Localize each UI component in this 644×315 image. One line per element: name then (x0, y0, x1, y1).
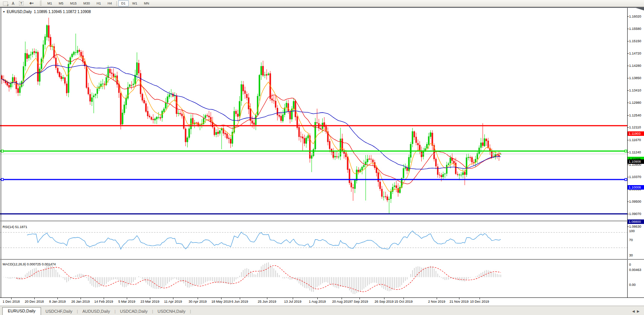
macd-max-label: 0.00463 (629, 268, 641, 272)
price-label: 1.11240 (629, 150, 641, 155)
timeframe-m15-button[interactable]: M15 (67, 0, 80, 6)
tab-scroll-arrows[interactable]: ◀▶ (632, 309, 642, 313)
macd-zero-label: 0.00 (629, 283, 636, 287)
timeframe-h4-button[interactable]: H4 (105, 0, 115, 6)
timeframe-mn-button[interactable]: MN (141, 0, 152, 6)
rsi-level-label: 0 (629, 263, 631, 267)
date-label: 1 Dec 2018 (3, 300, 20, 303)
rsi-header: RSI(14) 51.1871 (3, 225, 27, 229)
support-line-blue-price-badge: 1.10008 (628, 185, 644, 190)
ohlc-readout: EURUSD,Daily 1.10895 1.10945 1.10872 1.1… (7, 10, 91, 14)
price-tick (627, 165, 629, 165)
support-line-green-handle (1, 150, 4, 152)
date-tick (198, 298, 198, 299)
timeframe-d1-button[interactable]: D1 (118, 0, 129, 6)
date-label: 18 May 2019 (211, 300, 231, 303)
price-label: 1.11670 (629, 138, 641, 142)
price-label: 1.10370 (629, 175, 641, 179)
text-tool-icon[interactable]: A (9, 1, 17, 6)
price-label: 1.13850 (629, 76, 641, 80)
date-label: 5 Mar 2019 (118, 300, 135, 303)
date-label: 23 Mar 2019 (141, 300, 160, 303)
date-tick (437, 298, 437, 299)
rsi-level-label: 30 (629, 253, 633, 258)
date-tick (81, 298, 81, 299)
date-label: 25 Jun 2019 (258, 300, 276, 303)
price-tick (627, 152, 629, 153)
price-label: 1.15580 (629, 27, 641, 31)
price-label: 1.16020 (629, 15, 641, 19)
price-label: 1.12110 (629, 125, 641, 130)
price-tick (627, 16, 629, 17)
date-label: 20 Dec 2018 (25, 300, 44, 303)
rsi-level-label: 70 (629, 238, 633, 242)
timeframe-h1-button[interactable]: H1 (94, 0, 104, 6)
tab-audusd[interactable]: AUDUSD,Daily (78, 308, 114, 315)
rsi-level-label: 100 (629, 229, 635, 233)
timeframe-bar: M1M5M15M30H1H4D1W1MN (44, 0, 153, 6)
price-tick (627, 103, 629, 103)
macd-splitter[interactable] (0, 259, 644, 260)
arrows-tool-icon[interactable]: ❖▾ (26, 1, 37, 6)
chart-tab-bar: EURUSD,DailyUSDCHF,Daily|AUDUSD,Daily|US… (0, 306, 644, 315)
price-tick (627, 177, 629, 177)
price-tick (627, 41, 629, 41)
timeframe-m1-button[interactable]: M1 (44, 0, 55, 6)
scroll-left-icon: ◀ (632, 309, 637, 313)
chart-left-border (1, 8, 1, 297)
date-tick (359, 298, 360, 299)
date-tick (342, 298, 342, 299)
timeframe-w1-button[interactable]: W1 (129, 0, 141, 6)
timeframe-m30-button[interactable]: M30 (81, 0, 93, 6)
date-label: 10 Dec 2019 (470, 300, 489, 303)
price-chart-canvas[interactable] (0, 8, 644, 315)
support-line-blue-handle (1, 178, 4, 181)
toolbar-grip[interactable] (40, 1, 42, 6)
chart-symbol-header: ▼EURUSD,Daily 1.10895 1.10945 1.10872 1.… (3, 10, 91, 14)
tab-usdcnh[interactable]: USDCNH,Daily (153, 308, 190, 315)
price-tick (627, 202, 629, 202)
tab-usdcad[interactable]: USDCAD,Daily (116, 308, 152, 315)
collapse-triangle-icon[interactable]: ▼ (3, 10, 5, 13)
tab-usdchf[interactable]: USDCHF,Daily (41, 308, 77, 315)
price-tick (627, 214, 629, 214)
grid-snap-icon[interactable]: F (1, 1, 9, 6)
date-label: 26 Sep 2019 (374, 300, 393, 303)
support-line-navy-price-badge: 1.08800 (628, 219, 644, 224)
date-tick (317, 298, 318, 299)
date-label: 26 Jan 2019 (71, 300, 90, 303)
chevron-down-icon: ▾ (32, 2, 34, 5)
rsi-splitter[interactable] (0, 221, 644, 221)
date-tick (384, 298, 384, 299)
date-label: 1 Aug 2019 (309, 300, 326, 303)
support-line-blue-handle (625, 178, 627, 181)
price-tick (627, 78, 629, 78)
date-label: 6 Jun 2019 (232, 300, 248, 303)
date-label: 13 Jul 2019 (284, 300, 302, 303)
tab-eurusd[interactable]: EURUSD,Daily (2, 307, 41, 315)
date-tick (150, 298, 150, 299)
timeframe-m5-button[interactable]: M5 (56, 0, 67, 6)
date-tick (173, 298, 173, 299)
price-label: 1.09500 (629, 200, 641, 204)
date-tick (459, 298, 459, 299)
date-label: 20 Aug 2019 (332, 300, 351, 303)
macd-header: MACD(12,26,9) 0.000725 0.001474 (3, 262, 56, 266)
date-tick (11, 298, 12, 299)
price-label: 1.15150 (629, 39, 641, 43)
date-label: 2 Nov 2019 (428, 300, 445, 303)
date-tick (403, 298, 404, 299)
chart-shift-marker[interactable] (636, 8, 644, 10)
resistance-line-price-badge: 1.11903 (628, 131, 644, 136)
label-tool-icon[interactable]: T (18, 1, 25, 6)
date-label: 14 Feb 2019 (94, 300, 113, 303)
mt4-terminal: { "toolbar": { "tools": [ {"name": "grid… (0, 0, 644, 315)
price-label: 1.09070 (629, 212, 641, 216)
price-axis-line (627, 8, 628, 297)
date-axis[interactable]: 1 Dec 201820 Dec 20188 Jan 201926 Jan 20… (0, 297, 644, 306)
toolbar: F A T ❖▾ M1M5M15M30H1H4D1W1MN (0, 0, 644, 7)
support-line-green-handle (625, 150, 627, 152)
date-tick (293, 298, 293, 299)
tab-separator: | (190, 309, 191, 315)
price-label: 1.08630 (629, 225, 641, 229)
